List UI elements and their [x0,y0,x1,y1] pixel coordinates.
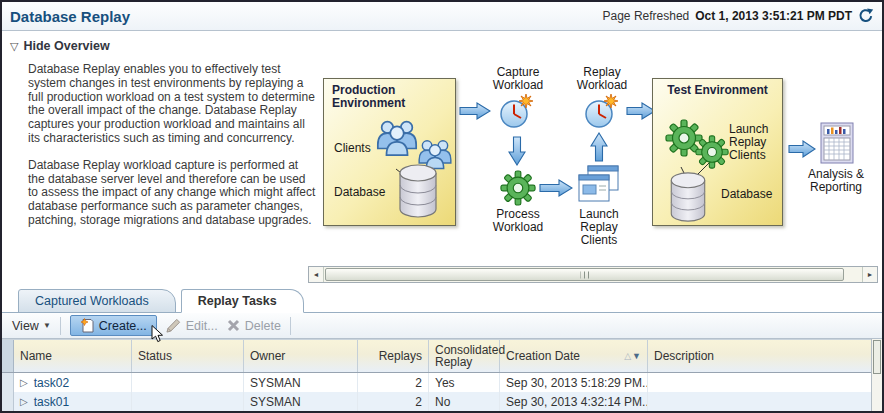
task-name-link[interactable]: task01 [34,395,69,409]
scrollbar-thumb[interactable] [873,340,881,374]
owner-cell: SYSMAN [244,392,358,411]
edit-button[interactable]: Edit... [166,318,218,333]
row-selector-header [2,340,14,372]
test-launch-replay-clients-label: Launch Replay Clients [729,123,779,162]
launch-replay-clients-window-icon [578,165,620,205]
table-row-task01[interactable]: ▷ task01 SYSMAN 2 No Sep 30, 2013 4:32:1… [2,392,871,411]
database-replay-page: Database Replay Page Refreshed Oct 1, 20… [0,0,884,413]
launch-replay-clients-label: Launch Replay Clients [568,208,630,247]
capture-workload-label: Capture Workload [478,66,558,92]
replay-tasks-table: Name Status Owner Replays Consolidated R… [2,339,882,411]
table-row-task02[interactable]: ▷ task02 SYSMAN 2 Yes Sep 30, 2013 5:18:… [2,373,871,392]
column-header-description[interactable]: Description [648,340,871,372]
table-header-row: Name Status Owner Replays Consolidated R… [2,339,871,373]
test-database-label: Database [721,187,772,201]
create-button[interactable]: Create... [70,315,157,336]
column-header-owner[interactable]: Owner [244,340,358,372]
capture-workload-clock-icon [498,92,536,130]
tab-label: Captured Workloads [35,294,149,308]
column-header-status[interactable]: Status [132,340,244,372]
scroll-left-button[interactable]: ◄ [309,267,324,282]
analysis-reporting-icon [820,122,854,164]
scroll-left-icon: ◄ [313,271,320,278]
scrollbar-track[interactable] [324,267,862,282]
overview-paragraph-2: Database Replay workload capture is perf… [28,159,318,228]
arrow-right-icon [539,179,573,197]
analysis-reporting-label: Analysis & Reporting [796,168,876,194]
overview-text: Database Replay enables you to effective… [28,63,318,228]
mouse-cursor-icon [151,325,165,346]
column-header-consolidated-replay[interactable]: Consolidated Replay [429,340,500,372]
task-name-link[interactable]: task02 [34,376,69,390]
description-cell [648,392,871,411]
edit-button-label: Edit... [186,319,218,333]
create-button-label: Create... [99,319,147,333]
row-expand-icon[interactable]: ▷ [20,396,28,407]
tab-replay-tasks[interactable]: Replay Tasks [181,289,304,313]
replay-tasks-toolbar: View ▼ Create... [2,313,882,339]
delete-x-icon [227,319,240,332]
page-refreshed-timestamp: Oct 1, 2013 3:51:21 PM PDT [695,9,852,23]
row-selector[interactable] [2,392,14,411]
sort-ascending-icon[interactable]: △ [624,350,631,363]
refresh-icon[interactable] [858,8,874,24]
overview-toggle-label: Hide Overview [23,39,109,53]
creation-date-header-label: Creation Date [506,350,580,363]
delete-button-label: Delete [245,319,281,333]
arrow-down-icon [508,136,526,166]
description-cell [648,373,871,392]
scroll-right-button[interactable]: ► [862,267,877,282]
database-cylinder-icon [396,163,440,219]
delete-button[interactable]: Delete [227,319,281,333]
create-icon [80,318,94,333]
row-expand-icon[interactable]: ▷ [20,377,28,388]
status-cell [132,392,244,411]
production-environment-box: Production Environment Clients Database [323,78,456,226]
table-vertical-scrollbar[interactable] [871,339,882,411]
arrow-right-icon [459,102,491,120]
replay-workload-label: Replay Workload [562,66,642,92]
row-selector[interactable] [2,373,14,392]
view-menu-label: View [12,319,39,333]
creation-date-cell: Sep 30, 2013 4:32:14 PM... [500,392,648,411]
arrow-up-icon [590,132,608,162]
edit-pencil-icon [166,318,181,333]
diagram-horizontal-scrollbar[interactable]: ◄ ► [308,266,878,283]
tab-label: Replay Tasks [198,294,277,308]
creation-date-cell: Sep 30, 2013 5:18:29 PM... [500,373,648,392]
sort-descending-icon[interactable]: ▼ [632,350,641,363]
owner-cell: SYSMAN [244,373,358,392]
replay-client-gear-icon [695,135,729,169]
page-title: Database Replay [10,8,130,25]
tab-captured-workloads[interactable]: Captured Workloads [18,289,176,313]
toolbar-separator [290,317,291,335]
chevron-down-icon: ▽ [10,40,18,53]
overview-toggle[interactable]: ▽ Hide Overview [10,39,110,53]
replay-workload-clock-icon [583,92,621,130]
page-refreshed-label: Page Refreshed [603,9,690,23]
status-cell [132,373,244,392]
column-header-creation-date[interactable]: Creation Date △ ▼ [500,340,648,372]
tab-bar: Captured Workloads Replay Tasks [2,287,882,313]
scrollbar-thumb[interactable] [325,268,844,281]
production-database-label: Database [334,185,385,199]
replays-cell: 2 [358,373,429,392]
toolbar-separator [60,317,61,335]
page-header: Database Replay Page Refreshed Oct 1, 20… [2,2,882,31]
replays-cell: 2 [358,392,429,411]
arrow-right-icon [788,140,816,158]
test-environment-box: Test Environment [652,78,783,226]
chevron-down-icon: ▼ [43,321,51,330]
column-header-replays[interactable]: Replays [358,340,429,372]
column-header-name[interactable]: Name [14,340,132,372]
clients-label: Clients [334,141,371,155]
view-menu-button[interactable]: View ▼ [12,319,51,333]
process-workload-gear-icon [500,170,536,206]
process-workload-label: Process Workload [478,208,558,234]
scrollbar-grip-icon [580,271,589,278]
consolidated-replay-cell: No [429,392,500,411]
clients-group-icon [374,117,420,157]
overview-paragraph-1: Database Replay enables you to effective… [28,63,318,146]
scroll-right-icon: ► [867,271,874,278]
consolidated-replay-cell: Yes [429,373,500,392]
